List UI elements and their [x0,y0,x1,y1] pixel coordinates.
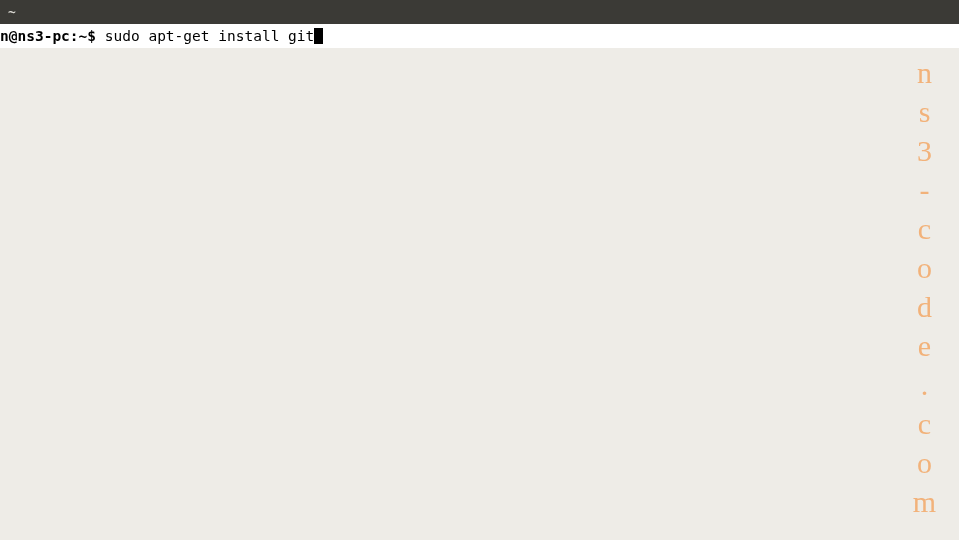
window-title: ~ [8,4,16,19]
window-titlebar: ~ [0,0,959,24]
terminal-input-line[interactable]: n@ns3-pc:~$ sudo apt-get install git [0,24,959,48]
shell-prompt: n@ns3-pc:~$ [0,27,105,45]
cursor-block [314,28,323,44]
watermark-text: ns3-code.com [907,56,941,524]
command-text: sudo apt-get install git [105,27,315,45]
